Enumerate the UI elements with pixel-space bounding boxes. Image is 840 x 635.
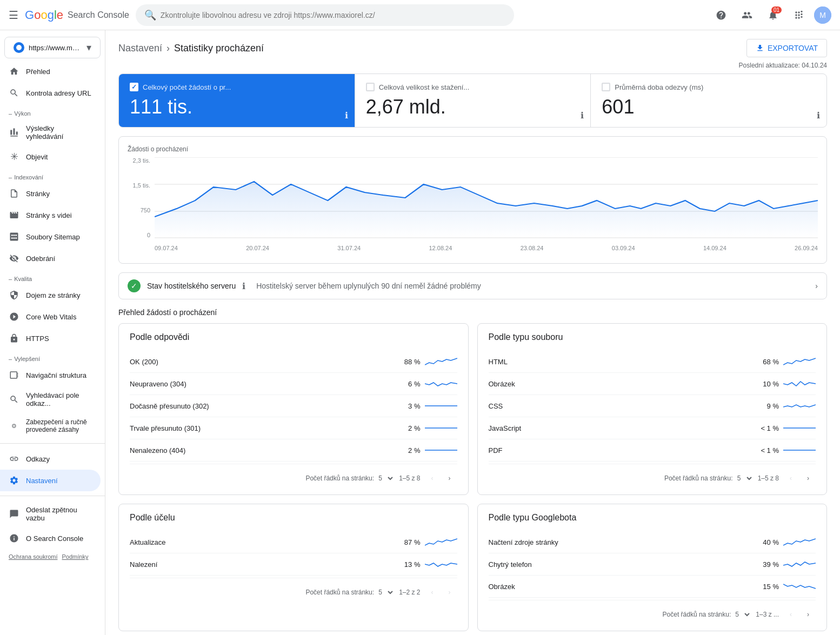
- next-page-btn[interactable]: ›: [801, 607, 816, 622]
- rows-select[interactable]: 510: [733, 610, 751, 619]
- table-row: HTML 68 %: [489, 351, 816, 373]
- table-row: Chytrý telefon 39 %: [489, 553, 816, 576]
- info-icon: [9, 533, 19, 544]
- stat-card-header-requests: ✓ Celkový počet žádostí o pr...: [130, 83, 344, 91]
- next-page-btn[interactable]: ›: [801, 471, 816, 486]
- mini-chart: [783, 355, 816, 368]
- rows-select[interactable]: 510: [735, 474, 754, 483]
- prev-page-btn[interactable]: ‹: [783, 471, 798, 486]
- prev-page-btn[interactable]: ‹: [425, 471, 440, 486]
- apps-button[interactable]: [788, 4, 810, 26]
- sidebar-item-vysledky[interactable]: Výsledky vyhledávání: [0, 119, 101, 146]
- row-value: 2 %: [401, 424, 421, 432]
- sidebar-item-https[interactable]: HTTPS: [0, 327, 101, 349]
- row-label: Obrázek: [489, 583, 756, 591]
- sidebar-item-prehled[interactable]: Přehled: [0, 61, 101, 82]
- stat-card-checkbox-size[interactable]: [366, 83, 375, 91]
- stat-card-size[interactable]: Celková velikost ke stažení... 2,67 mld.…: [355, 74, 591, 127]
- chart-container: 2,3 tis. 1,5 tis. 750 0: [128, 157, 818, 255]
- table-by-response: Podle odpovědi OK (200) 88 % Neupraveno …: [118, 323, 469, 495]
- avatar[interactable]: M: [814, 6, 831, 24]
- menu-icon[interactable]: ☰: [9, 9, 18, 22]
- sidebar-item-objevit[interactable]: ✳ Objevit: [0, 146, 101, 168]
- stat-card-response[interactable]: Průměrná doba odezvy (ms) 601 ℹ: [591, 74, 826, 127]
- property-text: https://www.maxior ...: [29, 44, 82, 52]
- export-button[interactable]: EXPORTOVAT: [746, 39, 827, 57]
- table-row: Nalezení 13 %: [130, 553, 457, 576]
- stat-card-checkbox-response[interactable]: [602, 83, 610, 91]
- stat-card-info-size[interactable]: ℹ: [581, 110, 584, 121]
- sidebar-item-odebrani[interactable]: Odebrání: [0, 248, 101, 269]
- mini-chart: [783, 422, 816, 435]
- main-layout: https://www.maxior ... ▾ Přehled Kontrol…: [0, 30, 840, 635]
- row-label: Nalezení: [130, 560, 397, 569]
- table-nav: ‹ ›: [783, 607, 816, 622]
- main-content: Nastavení › Statistiky procházení EXPORT…: [105, 30, 840, 635]
- sidebar-item-label-objevit: Objevit: [26, 153, 48, 161]
- sidebar-item-label-stranky: Stránky: [26, 190, 50, 198]
- rows-select[interactable]: 510: [376, 474, 395, 483]
- links-icon: [9, 453, 19, 464]
- accounts-button[interactable]: [736, 4, 758, 26]
- sidebar-item-videi[interactable]: Stránky s videi: [0, 204, 101, 226]
- row-value: < 1 %: [759, 424, 779, 432]
- stat-card-info-requests[interactable]: ℹ: [345, 110, 348, 121]
- sidebar-item-nastaveni[interactable]: Nastavení: [0, 470, 101, 491]
- sidebar-item-sitemap[interactable]: Soubory Sitemap: [0, 226, 101, 248]
- chart-x-label-6: 14.09.24: [703, 245, 726, 251]
- sidebar-item-dojem[interactable]: Dojem ze stránky: [0, 284, 101, 306]
- table-row: Trvale přesunuto (301) 2 %: [130, 417, 457, 439]
- sidebar-item-searchbox[interactable]: Vyhledávací pole odkaz...: [0, 386, 101, 413]
- page-range: 1–3 z ...: [756, 611, 779, 618]
- chart-svg: [155, 157, 818, 238]
- help-button[interactable]: [710, 4, 732, 26]
- status-ok-icon: ✓: [128, 279, 141, 292]
- status-chevron-icon[interactable]: ›: [815, 282, 818, 290]
- sidebar-item-security[interactable]: ⚙ Zabezpečení a ručně provedené zásahy: [0, 413, 101, 439]
- status-bar: ✓ Stav hostitelského serveru ℹ Hostitels…: [118, 272, 827, 299]
- sidebar-item-stranky[interactable]: Stránky: [0, 183, 101, 204]
- rows-per-page-select[interactable]: Počet řádků na stránku: 510: [305, 474, 395, 483]
- chart-x-label-2: 31.07.24: [337, 245, 361, 251]
- sidebar-item-cwv[interactable]: Core Web Vitals: [0, 306, 101, 327]
- table-by-filetype: Podle typu souboru HTML 68 % Obrázek 10 …: [477, 323, 828, 495]
- last-update: Poslední aktualizace: 04.10.24: [105, 62, 840, 73]
- search-input[interactable]: [161, 11, 505, 19]
- sidebar-item-label-vysledky: Výsledky vyhledávání: [26, 124, 92, 141]
- prev-page-btn[interactable]: ‹: [783, 607, 798, 622]
- chart-x-label-4: 23.08.24: [521, 245, 544, 251]
- sidebar-item-odkazy[interactable]: Odkazy: [0, 448, 101, 470]
- property-selector[interactable]: https://www.maxior ... ▾: [4, 37, 101, 58]
- table-row: OK (200) 88 %: [130, 351, 457, 373]
- stat-card-requests[interactable]: ✓ Celkový počet žádostí o pr... 111 tis.…: [119, 74, 355, 127]
- sidebar-item-nav[interactable]: Navigační struktura: [0, 364, 101, 386]
- sidebar-item-about[interactable]: O Search Console: [0, 527, 101, 549]
- breadcrumb-parent[interactable]: Nastavení: [118, 43, 162, 54]
- experience-icon: [9, 290, 19, 300]
- rows-per-page-select[interactable]: Počet řádků na stránku: 510: [664, 474, 754, 483]
- sidebar-section-kvalita: Kvalita: [0, 269, 105, 284]
- chart-y-label-2: 750: [128, 207, 155, 213]
- stat-card-info-response[interactable]: ℹ: [817, 110, 820, 121]
- rows-select[interactable]: 510: [376, 588, 395, 597]
- mini-chart: [425, 355, 457, 368]
- notification-badge: 01: [771, 6, 782, 14]
- rows-per-page-select[interactable]: Počet řádků na stránku: 510: [663, 610, 752, 619]
- terms-link[interactable]: Podmínky: [62, 553, 88, 560]
- sidebar-item-feedback[interactable]: Odeslat zpětnou vazbu: [0, 500, 101, 527]
- next-page-btn[interactable]: ›: [442, 585, 457, 600]
- rows-per-page-select[interactable]: Počet řádků na stránku: 510: [305, 588, 395, 597]
- row-value: 6 %: [401, 380, 421, 388]
- prev-page-btn[interactable]: ‹: [425, 585, 440, 600]
- row-value: 9 %: [759, 402, 779, 410]
- settings-icon: [9, 475, 19, 486]
- next-page-btn[interactable]: ›: [442, 471, 457, 486]
- sidebar-item-url[interactable]: Kontrola adresy URL: [0, 82, 101, 104]
- table-nav: ‹ ›: [425, 585, 457, 600]
- stat-card-checkbox-requests[interactable]: ✓: [130, 83, 138, 91]
- search-url-icon: [9, 88, 19, 98]
- privacy-link[interactable]: Ochrana soukromí: [9, 553, 57, 560]
- notifications-button[interactable]: 01: [762, 4, 784, 26]
- status-info-icon[interactable]: ℹ: [242, 281, 245, 291]
- search-bar[interactable]: 🔍: [136, 4, 514, 26]
